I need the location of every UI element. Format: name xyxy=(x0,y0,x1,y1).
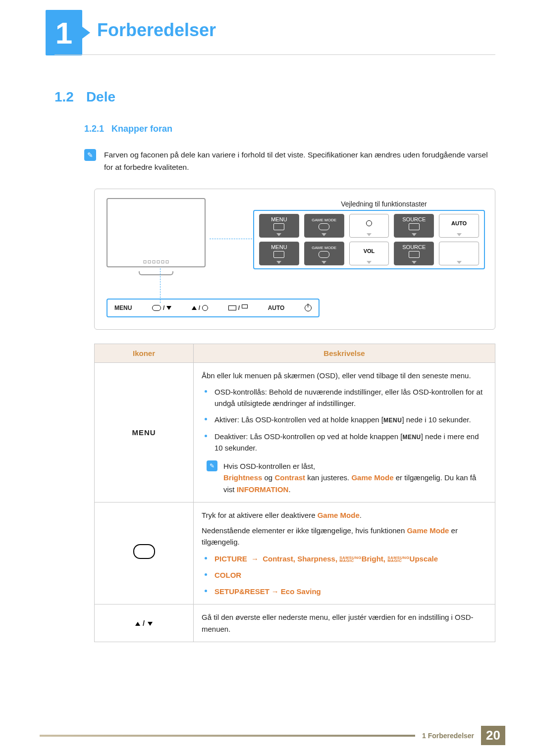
guide-cell-menu: MENU xyxy=(259,214,299,238)
table-head-desc: Beskrivelse xyxy=(194,344,495,362)
game-desc-p2: Nedenstående elementer er ikke tilgængel… xyxy=(202,525,487,548)
triangle-up-icon xyxy=(135,622,140,626)
strip-auto: AUTO xyxy=(268,304,285,311)
footer-chapter-label: 1 Forberedelser xyxy=(422,732,474,740)
table-row: Tryk for at aktivere eller deaktivere Ga… xyxy=(95,502,495,605)
strip-up-brightness: / xyxy=(192,304,208,311)
power-icon xyxy=(305,304,312,311)
subsection-heading: 1.2.1 Knapper foran xyxy=(84,124,495,134)
monitor-stand-icon xyxy=(139,271,173,275)
section-number: 1.2 xyxy=(54,89,84,105)
game-bullet-picture: PICTURE → Contrast, Sharpness, SAMSUNGMA… xyxy=(202,553,487,564)
game-bullet-color: COLOR xyxy=(202,569,487,581)
table-row: MENU Åbn eller luk menuen på skærmen (OS… xyxy=(95,362,495,502)
section-title: Dele xyxy=(86,89,115,104)
triangle-down-icon xyxy=(166,306,171,310)
menu-bullet-lock: OSD-kontrollås: Behold de nuværende inds… xyxy=(202,386,487,409)
samsung-magic-icon: SAMSUNGMAGIC xyxy=(387,556,409,562)
page-footer: 1 Forberedelser 20 xyxy=(40,726,505,745)
desc-cell-gamemode: Tryk for at aktivere eller deaktivere Ga… xyxy=(194,502,495,605)
source-rect-icon xyxy=(242,304,248,308)
game-bullet-setup: SETUP&RESET→Eco Saving xyxy=(202,586,487,597)
icon-cell-menu: MENU xyxy=(95,362,194,502)
table-head-icons: Ikoner xyxy=(95,344,194,362)
footer-rule xyxy=(40,735,415,737)
guide-cell-menu: MENU xyxy=(259,242,299,265)
callout-line-icon xyxy=(160,268,160,303)
desc-cell-updown: Gå til den øverste eller nederste menu, … xyxy=(194,605,495,642)
monitor-button-row-icon xyxy=(144,260,169,263)
menu-label-icon: MENU xyxy=(383,417,402,424)
menu-bullet-deactivate: Deaktiver: Lås OSD-kontrollen op ved at … xyxy=(202,431,487,454)
chapter-title: Forberedelser xyxy=(97,20,216,41)
gamepad-icon xyxy=(133,544,155,559)
guide-cell-source: SOURCE xyxy=(394,214,434,238)
pencil-note-icon: ✎ xyxy=(207,460,217,471)
guide-cell-vol: VOL xyxy=(349,242,389,265)
sun-icon xyxy=(202,305,208,311)
menu-bullet-activate: Aktiver: Lås OSD-kontrollen ved at holde… xyxy=(202,414,487,425)
triangle-down-icon xyxy=(148,622,153,626)
subsection-title: Knapper foran xyxy=(111,124,172,134)
icon-cell-updown: / xyxy=(95,605,194,642)
guide-cell-brightness xyxy=(349,214,389,238)
pencil-note-icon: ✎ xyxy=(84,149,96,161)
strip-menu: MENU xyxy=(114,304,132,311)
guide-caption: Vejledning til funktionstaster xyxy=(288,200,480,208)
menu-desc-p1: Åbn eller luk menuen på skærmen (OSD), e… xyxy=(202,370,487,381)
callout-line-icon xyxy=(210,239,252,239)
samsung-magic-icon: SAMSUNGMAGIC xyxy=(339,556,361,562)
page-number: 20 xyxy=(481,726,505,745)
note-text: Farven og faconen på dele kan variere i … xyxy=(104,149,495,174)
guide-cell-gamemode: GAME MODE xyxy=(304,242,344,265)
gamepad-icon xyxy=(152,305,161,311)
strip-source: / xyxy=(228,304,248,311)
subnote-line1: Hvis OSD-kontrollen er låst, xyxy=(223,460,487,472)
menu-subnote: ✎ Hvis OSD-kontrollen er låst, Brightnes… xyxy=(202,460,487,495)
source-rect-icon xyxy=(228,305,236,310)
strip-game-down: / xyxy=(152,304,171,311)
guide-cell-gamemode: GAME MODE xyxy=(304,214,344,238)
strip-power xyxy=(305,304,312,311)
icon-description-table: Ikoner Beskrivelse MENU Åbn eller luk me… xyxy=(94,344,495,642)
subsection-number: 1.2.1 xyxy=(84,124,104,134)
desc-cell-menu: Åbn eller luk menuen på skærmen (OSD), e… xyxy=(194,362,495,502)
game-desc-p1: Tryk for at aktivere eller deaktivere Ga… xyxy=(202,509,487,521)
chapter-number-badge: 1 xyxy=(46,10,82,55)
menu-label-icon: MENU xyxy=(402,434,421,441)
button-diagram: Vejledning til funktionstaster MENU GAME… xyxy=(94,189,495,330)
table-row: / Gå til den øverste eller nederste menu… xyxy=(95,605,495,642)
triangle-up-icon xyxy=(192,306,197,310)
sun-icon xyxy=(366,220,372,226)
monitor-outline-icon xyxy=(107,198,206,267)
guide-cell-empty xyxy=(439,242,479,265)
subnote-line2: Brightness og Contrast kan justeres. Gam… xyxy=(223,472,487,495)
page-content: 1.2 Dele 1.2.1 Knapper foran ✎ Farven og… xyxy=(54,89,495,642)
icon-cell-gamepad xyxy=(95,502,194,605)
physical-button-strip: MENU / / / AUTO xyxy=(107,299,320,317)
guide-cell-auto: AUTO xyxy=(439,214,479,238)
guide-cell-source: SOURCE xyxy=(394,242,434,265)
header-rule xyxy=(54,54,495,55)
osd-guide-grid: MENU GAME MODE SOURCE AUTO MENU GAME MOD… xyxy=(253,210,485,269)
note-block: ✎ Farven og faconen på dele kan variere … xyxy=(84,149,495,174)
